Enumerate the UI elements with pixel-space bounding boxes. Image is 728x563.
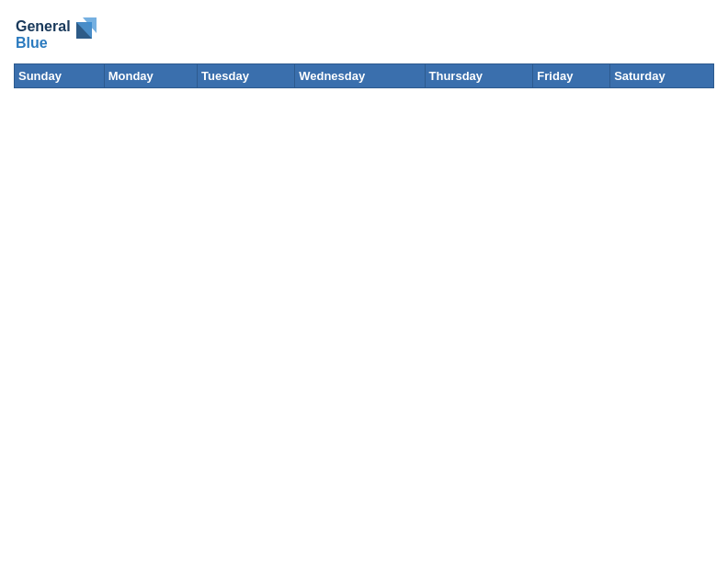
weekday-header-saturday: Saturday (610, 64, 714, 88)
weekday-header-row: SundayMondayTuesdayWednesdayThursdayFrid… (15, 64, 714, 88)
calendar-page: General Blue SundayMondayTuesdayWednesda… (0, 0, 728, 563)
weekday-header-monday: Monday (104, 64, 197, 88)
header: General Blue (14, 9, 714, 58)
weekday-header-wednesday: Wednesday (295, 64, 425, 88)
weekday-header-thursday: Thursday (425, 64, 533, 88)
calendar-table: SundayMondayTuesdayWednesdayThursdayFrid… (14, 63, 714, 88)
weekday-header-friday: Friday (533, 64, 610, 88)
svg-text:General: General (16, 18, 71, 34)
weekday-header-tuesday: Tuesday (198, 64, 295, 88)
logo-svg: General Blue (14, 13, 97, 54)
logo: General Blue (14, 13, 97, 58)
weekday-header-sunday: Sunday (15, 64, 105, 88)
svg-text:Blue: Blue (16, 35, 48, 51)
